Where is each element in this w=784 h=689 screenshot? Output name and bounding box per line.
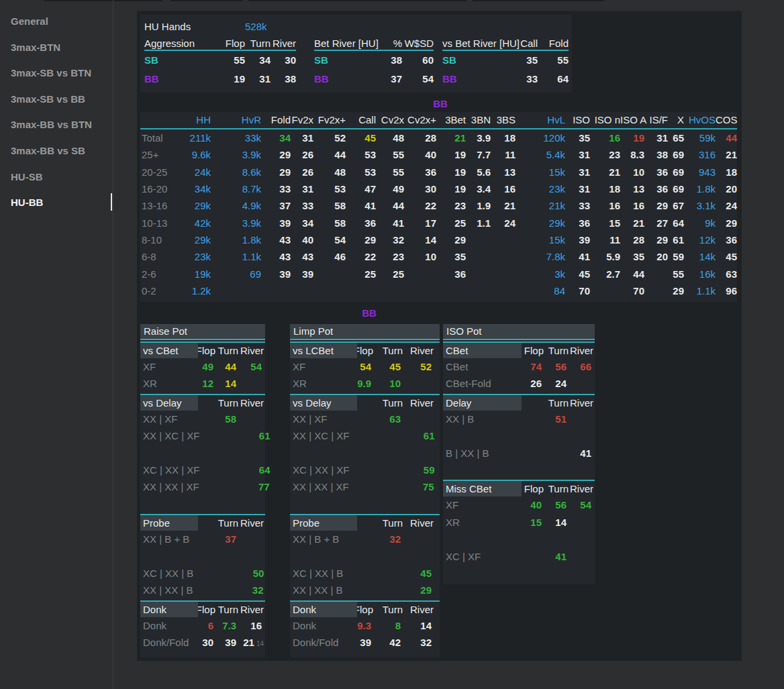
stat-value bbox=[313, 266, 346, 282]
line-label: XC | XF bbox=[443, 548, 520, 566]
col-river: River bbox=[271, 38, 296, 50]
stat-value: 29k bbox=[516, 215, 565, 231]
line-label: XF bbox=[140, 358, 191, 376]
value-text: 29 bbox=[420, 584, 432, 596]
stat-row: BB 37 54 bbox=[314, 70, 434, 89]
stat-value bbox=[199, 462, 224, 480]
stat-value bbox=[224, 478, 246, 496]
value-text: 77 bbox=[258, 481, 270, 492]
stat-value: 10 bbox=[373, 375, 403, 393]
value-text: 32 bbox=[420, 637, 432, 648]
sample-size bbox=[262, 502, 264, 509]
sample-size bbox=[591, 520, 593, 527]
stat-value bbox=[238, 375, 264, 393]
value-text: 52 bbox=[420, 361, 432, 372]
column-header: Call bbox=[346, 112, 376, 128]
sidebar-item[interactable]: HU-SB bbox=[11, 164, 107, 191]
stat-value: 23 bbox=[376, 248, 404, 265]
sidebar-item[interactable]: 3max-BB vs SB bbox=[11, 138, 107, 164]
app-window: General 3max-BTN 3max-SB vs BTN 3max-SB … bbox=[0, 0, 784, 689]
stat-value: 44 bbox=[620, 266, 644, 282]
stat-value: 40 bbox=[404, 146, 436, 163]
pot-section: Probe Turn River XX | B + B bbox=[140, 514, 265, 599]
section-rows: XX | B + B 37 bbox=[140, 531, 265, 599]
sidebar-item[interactable]: 3max-BTN bbox=[11, 35, 107, 61]
section-rows: CBet 74 56 66 bbox=[443, 358, 595, 392]
line-label: XC | XX | B bbox=[140, 565, 193, 583]
stat-value: 61 bbox=[668, 231, 684, 248]
stat-value bbox=[491, 231, 516, 248]
stat-value: 54 bbox=[569, 496, 593, 515]
column-header: Fv2x bbox=[291, 112, 313, 128]
value-text: 42 bbox=[389, 637, 401, 648]
stat-value: 58 bbox=[215, 411, 238, 429]
stat-row: XX | XF 63 bbox=[290, 411, 440, 427]
line-label: XX | B bbox=[443, 411, 520, 429]
stat-value: 45 bbox=[565, 266, 590, 282]
stats-panel: HU Hands 528k Aggression Flop Turn River… bbox=[137, 11, 742, 661]
stat-value bbox=[217, 565, 240, 583]
stat-row: XC | XX | XF 59 bbox=[290, 462, 440, 478]
stat-value: 33 bbox=[291, 197, 313, 214]
stat-row: XX | B 51 bbox=[443, 411, 595, 427]
stat-row bbox=[443, 462, 595, 478]
sample-size bbox=[432, 451, 434, 458]
stat-value: 45 bbox=[403, 565, 434, 583]
stat-value: 8.7k bbox=[211, 180, 261, 197]
value-text: 45 bbox=[420, 568, 432, 579]
iso-pot-sections: CBet Flop Turn River CBet bbox=[443, 341, 595, 582]
col-turn: Turn bbox=[544, 343, 569, 358]
stat-value: 21k bbox=[516, 197, 565, 214]
pot-section: Delay Turn River XX | B bbox=[443, 394, 595, 479]
line-label: XX | XX | XF bbox=[140, 478, 199, 496]
pot-section: Donk Flop Turn River Donk bbox=[290, 600, 440, 651]
sidebar-item[interactable]: 3max-SB vs BB bbox=[11, 87, 107, 113]
stat-value: 44 bbox=[215, 358, 238, 376]
stat-value: 24 bbox=[716, 197, 737, 214]
column-header: Cv2x bbox=[376, 112, 404, 128]
stat-value bbox=[544, 531, 569, 549]
stat-value bbox=[313, 282, 346, 299]
section-header: vs LCBet Flop Turn River bbox=[290, 343, 440, 358]
stat-value: 41 bbox=[544, 548, 569, 566]
stat-row: XF 49 44 54 bbox=[140, 358, 265, 375]
col-turn: Turn bbox=[215, 343, 238, 358]
stat-value: 37 bbox=[261, 197, 291, 214]
pots-title: BB bbox=[140, 307, 598, 319]
aggression-header: Aggression Flop Turn River bbox=[144, 38, 296, 51]
value-text: 14 bbox=[225, 378, 236, 389]
stat-value: 14 bbox=[404, 231, 436, 248]
sidebar: General 3max-BTN 3max-SB vs BTN 3max-SB … bbox=[0, 0, 113, 689]
stat-value: 30 bbox=[271, 51, 296, 70]
value-text: 24 bbox=[555, 378, 567, 389]
stat-value: 1.9 bbox=[466, 197, 491, 214]
value-text: 12 bbox=[202, 378, 213, 389]
stat-row: XR 9.9 10 bbox=[290, 375, 440, 392]
sidebar-item[interactable]: HU-BB bbox=[11, 190, 107, 216]
stat-value: 31 bbox=[565, 164, 590, 180]
stat-value bbox=[520, 427, 544, 445]
value-text: 32 bbox=[252, 584, 264, 596]
stat-value: 120k bbox=[516, 129, 565, 146]
stat-row: SB 35 55 bbox=[442, 51, 569, 70]
pot-section: Miss CBet Flop Turn River XF bbox=[443, 480, 595, 582]
stat-value bbox=[191, 496, 215, 514]
stat-value: 43 bbox=[291, 248, 313, 265]
sidebar-item[interactable]: 3max-BB vs BTN bbox=[11, 112, 107, 138]
stat-value: 43 bbox=[261, 231, 291, 248]
column-header: ISO A bbox=[620, 112, 644, 128]
stat-value bbox=[238, 548, 264, 566]
sidebar-item[interactable]: 3max-SB vs BTN bbox=[11, 60, 107, 87]
sample-size bbox=[591, 502, 593, 510]
stat-value: 7.8k bbox=[516, 248, 565, 265]
summary-tables: HU Hands 528k Aggression Flop Turn River… bbox=[140, 15, 572, 93]
stat-value: 38 bbox=[379, 51, 402, 70]
stake-table: HH HvR Fold Fv2x Fv2x+ Call Cv2x Cv2x+ bbox=[140, 112, 737, 302]
sidebar-item[interactable]: General bbox=[11, 9, 107, 35]
pot-section: Donk Flop Turn River Donk bbox=[140, 600, 265, 651]
table-row: 2-6 19k 69 39 39 bbox=[140, 266, 737, 282]
column-header: Cv2x+ bbox=[404, 112, 436, 128]
stat-row: Donk 9.3 8 14 bbox=[290, 617, 440, 634]
sample-size bbox=[591, 417, 593, 424]
pot-section: vs CBet Flop Turn River XF bbox=[140, 341, 265, 392]
